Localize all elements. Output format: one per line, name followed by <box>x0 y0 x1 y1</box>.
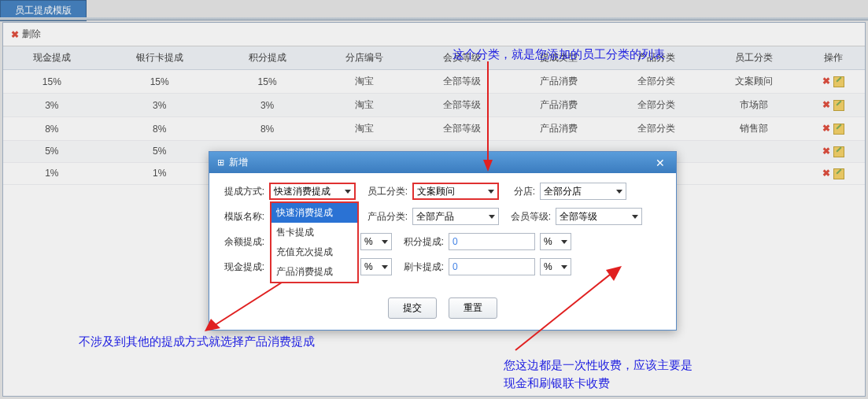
chevron-down-icon <box>561 240 567 244</box>
submit-button[interactable]: 提交 <box>388 297 437 319</box>
label-yetc: 余额提成: <box>217 235 264 249</box>
select-ygfl-value: 文案顾问 <box>417 185 455 198</box>
col-header: 现金提成 <box>3 46 101 70</box>
select-unit3[interactable]: % <box>360 258 392 275</box>
row-edit-icon[interactable] <box>833 76 844 87</box>
row-edit-icon[interactable] <box>833 100 844 111</box>
dropdown-item[interactable]: 售卡提成 <box>271 223 357 242</box>
unit-value: % <box>544 261 552 272</box>
row-delete-icon[interactable]: ✖ <box>822 123 830 134</box>
label-jftc: 积分提成: <box>397 235 444 249</box>
label-hydj: 会员等级: <box>504 210 551 224</box>
chevron-down-icon <box>632 215 638 219</box>
table-cell: 市场部 <box>705 94 803 117</box>
col-header: 会员等级 <box>413 46 511 70</box>
delete-button[interactable]: ✖ 删除 <box>11 28 41 41</box>
table-cell: 8% <box>3 117 101 141</box>
table-cell: 产品消费 <box>511 117 608 141</box>
table-cell: 全部等级 <box>413 117 511 141</box>
label-fd: 分店: <box>504 185 535 198</box>
select-unit2[interactable]: % <box>540 233 571 250</box>
delete-label: 删除 <box>22 28 41 41</box>
label-mbmc: 模版名称: <box>217 210 264 224</box>
select-cpfl[interactable]: 全部产品 <box>412 208 499 225</box>
dropdown-item[interactable]: 产品消费提成 <box>271 262 357 282</box>
table-cell: 淘宝 <box>316 117 413 141</box>
label-cpfl: 产品分类: <box>360 210 408 224</box>
table-cell: 产品消费 <box>511 70 608 94</box>
table-cell: 3% <box>3 94 101 117</box>
row-delete-icon[interactable]: ✖ <box>822 99 830 110</box>
row-delete-icon[interactable]: ✖ <box>822 168 830 179</box>
table-row: 15%15%15%淘宝全部等级产品消费全部分类文案顾问✖ <box>3 70 865 94</box>
table-cell: 15% <box>101 70 219 94</box>
label-ygfl: 员工分类: <box>360 185 408 198</box>
unit-value: % <box>544 236 552 247</box>
tab-bar-strip <box>0 17 868 20</box>
table-cell: 文案顾问 <box>705 70 803 94</box>
label-xjtc: 现金提成: <box>217 260 264 274</box>
input-jftc[interactable] <box>449 233 535 250</box>
col-header: 积分提成 <box>219 46 316 70</box>
col-header: 操作 <box>802 46 865 70</box>
table-cell: 全部等级 <box>413 70 511 94</box>
table-cell: 全部分类 <box>608 70 705 94</box>
col-header: 产品分类 <box>608 46 705 70</box>
dropdown-item[interactable]: 快速消费提成 <box>271 203 357 223</box>
select-fd[interactable]: 全部分店 <box>540 183 626 200</box>
chevron-down-icon <box>488 190 494 194</box>
table-cell: 全部分类 <box>608 117 705 141</box>
select-unit1[interactable]: % <box>360 233 392 250</box>
table-cell: 淘宝 <box>316 94 413 117</box>
select-ygfl[interactable]: 文案顾问 <box>412 183 499 200</box>
select-unit4[interactable]: % <box>540 258 571 275</box>
table-cell: 3% <box>219 94 316 117</box>
select-hydj-value: 全部等级 <box>560 210 597 224</box>
select-hydj[interactable]: 全部等级 <box>556 208 642 225</box>
table-header-row: 现金提成 银行卡提成 积分提成 分店编号 会员等级 提成类型 产品分类 员工分类… <box>3 46 865 70</box>
modal-body: 提成方式: 快速消费提成 快速消费提成 售卡提成 充值充次提成 产品消费提成 员… <box>209 173 676 290</box>
add-modal: 新增 ✕ 提成方式: 快速消费提成 快速消费提成 售卡提成 充值充次提成 产品消… <box>209 151 677 331</box>
col-header: 员工分类 <box>705 46 803 70</box>
input-sktc[interactable] <box>449 258 535 275</box>
col-header: 分店编号 <box>316 46 413 70</box>
chevron-down-icon <box>382 240 388 244</box>
table-cell-ops: ✖ <box>802 117 865 141</box>
close-icon[interactable]: ✕ <box>652 157 668 169</box>
table-cell <box>705 141 803 163</box>
chevron-down-icon <box>616 190 622 194</box>
table-cell: 产品消费 <box>511 94 608 117</box>
table-cell: 1% <box>101 162 219 184</box>
unit-value: % <box>364 261 373 272</box>
modal-header: 新增 ✕ <box>209 152 676 173</box>
select-tcfs-value: 快速消费提成 <box>274 185 331 198</box>
table-cell: 15% <box>219 70 316 94</box>
row-edit-icon[interactable] <box>833 168 844 179</box>
table-cell: 15% <box>3 70 101 94</box>
toolbar: ✖ 删除 <box>3 23 865 46</box>
table-cell: 5% <box>3 141 101 163</box>
col-header: 银行卡提成 <box>101 46 219 70</box>
select-tcfs[interactable]: 快速消费提成 快速消费提成 售卡提成 充值充次提成 产品消费提成 <box>269 183 356 200</box>
select-cpfl-value: 全部产品 <box>416 210 454 224</box>
reset-button[interactable]: 重置 <box>449 297 497 319</box>
table-cell: 3% <box>101 94 219 117</box>
table-cell: 销售部 <box>705 117 803 141</box>
table-cell <box>705 162 803 184</box>
row-edit-icon[interactable] <box>833 146 844 157</box>
table-cell: 5% <box>101 141 219 163</box>
chevron-down-icon <box>561 265 567 269</box>
row-edit-icon[interactable] <box>833 124 844 135</box>
dropdown-tcfs: 快速消费提成 售卡提成 充值充次提成 产品消费提成 <box>270 201 359 283</box>
dropdown-item[interactable]: 充值充次提成 <box>271 242 357 262</box>
table-cell: 1% <box>3 162 101 184</box>
table-cell: 全部等级 <box>413 94 511 117</box>
row-delete-icon[interactable]: ✖ <box>822 146 830 157</box>
table-cell: 淘宝 <box>316 70 413 94</box>
table-row: 3%3%3%淘宝全部等级产品消费全部分类市场部✖ <box>3 94 865 117</box>
label-tcfs: 提成方式: <box>217 185 264 198</box>
row-delete-icon[interactable]: ✖ <box>822 76 830 87</box>
table-cell-ops: ✖ <box>802 70 865 94</box>
table-cell: 8% <box>101 117 219 141</box>
table-row: 8%8%8%淘宝全部等级产品消费全部分类销售部✖ <box>3 117 865 141</box>
